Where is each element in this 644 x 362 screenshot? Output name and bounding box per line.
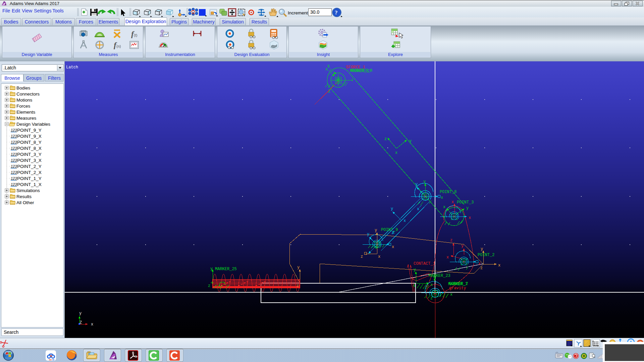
svg-text:(t): (t) [134,33,137,37]
svg-text:z: z [361,254,363,259]
svg-text:Motions: Motions [16,98,33,103]
svg-text:y: y [391,206,393,211]
svg-text:y: y [367,232,369,237]
svg-text:POINT_2_Y: POINT_2_Y [17,164,42,169]
svg-text:GORKER_2: GORKER_2 [449,282,468,286]
svg-text:123: 123 [11,146,17,150]
svg-text:POINT_8_X: POINT_8_X [17,146,42,151]
svg-text:gravity: gravity [449,286,466,291]
svg-text:y: y [210,266,213,271]
svg-text:y: y [415,182,418,187]
svg-text:x: x [91,322,93,327]
svg-text:y: y [375,228,377,233]
svg-text:CONTACT_1: CONTACT_1 [414,261,435,266]
svg-text:z: z [297,284,299,288]
svg-text:POINT_2: POINT_2 [478,253,494,257]
svg-text:POINT_9: POINT_9 [381,228,398,232]
svg-text:POINT_2_X: POINT_2_X [17,170,42,175]
svg-text:x: x [446,255,449,260]
svg-text:Z: Z [328,89,330,94]
svg-text:x: x [469,216,471,220]
svg-text:z: z [430,296,433,301]
svg-text:123: 123 [11,128,17,132]
svg-text:123: 123 [11,140,17,144]
svg-text:Connectors: Connectors [16,92,40,97]
svg-text:z: z [375,245,378,250]
svg-text:x: x [450,292,452,297]
svg-text:Forces: Forces [16,104,31,109]
svg-text:x: x [395,150,397,155]
svg-text:y: y [79,311,82,316]
svg-text:POINT_3_X: POINT_3_X [17,158,42,163]
svg-text:123: 123 [11,152,17,156]
svg-text:123: 123 [11,176,17,180]
svg-text:Elements: Elements [16,110,36,115]
svg-text:x: x [378,254,380,259]
svg-text:POINT_3: POINT_3 [457,200,474,205]
svg-text:123: 123 [11,182,17,186]
svg-text:4: 4 [413,284,415,288]
svg-text:x: x [441,195,443,200]
svg-text:x: x [417,207,419,212]
svg-text:POINT_1_X: POINT_1_X [17,182,42,187]
svg-text:Increment: Increment [288,10,308,15]
svg-text:123: 123 [11,164,17,168]
svg-text:z: z [480,266,483,270]
svg-text:?: ? [335,9,338,16]
svg-text:y: y [461,244,464,248]
svg-text:POINT_8: POINT_8 [440,190,457,194]
svg-text:POINT_9_Y: POINT_9_Y [17,128,42,133]
svg-text:(n): (n) [116,44,121,48]
svg-text:Design Variables: Design Variables [16,122,50,127]
svg-text:x: x [451,200,454,204]
svg-text:Bodies: Bodies [16,85,31,90]
svg-text:123: 123 [11,170,17,174]
svg-text:POINTER_4: POINTER_4 [351,68,373,73]
svg-text:POINT_9_X: POINT_9_X [17,134,42,139]
svg-text:Simulations: Simulations [16,188,40,193]
svg-text:POINT_8_Y: POINT_8_Y [17,140,42,145]
svg-text:x: x [498,263,500,268]
svg-text:All Other: All Other [16,200,34,205]
svg-text:x: x [404,219,406,223]
svg-text:MARKER_25: MARKER_25 [215,267,237,272]
svg-text:z: z [391,231,394,235]
svg-text:x: x [392,245,394,249]
svg-text:POINT_3_Y: POINT_3_Y [17,152,42,157]
svg-text:x: x [430,283,433,287]
svg-text:MARKER_23: MARKER_23 [429,274,450,278]
svg-text:Latch: Latch [66,65,78,70]
svg-text:Z: Z [79,320,82,325]
svg-text:y: y [297,265,300,270]
svg-text:z: z [384,137,387,141]
svg-text:x: x [478,261,481,266]
svg-text:Measures: Measures [16,116,37,121]
svg-text:y: y [414,267,416,272]
svg-text:z: z [450,238,452,243]
svg-text:z: z [208,284,210,288]
svg-text:123: 123 [11,158,17,162]
svg-text:y: y [409,139,412,143]
svg-text:y: y [423,179,426,184]
svg-text:x: x [443,205,445,209]
svg-text:123: 123 [11,134,17,138]
svg-text:x: x [325,67,328,72]
svg-text:y: y [466,206,469,210]
svg-text:Results: Results [16,194,32,199]
svg-text:POINT_1_Y: POINT_1_Y [17,176,42,181]
svg-text:y: y [481,247,483,251]
